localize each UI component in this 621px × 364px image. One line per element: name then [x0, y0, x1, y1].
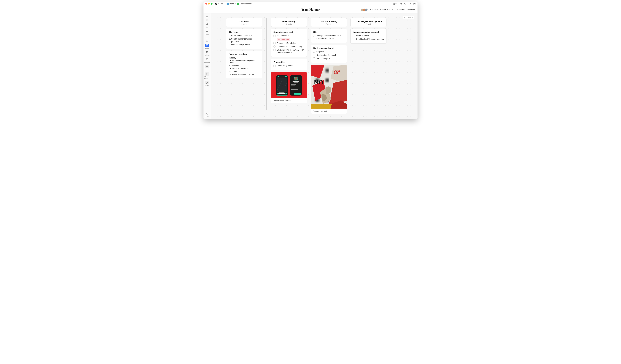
card-focus[interactable]: The focus Finish Semantic concept Send S…: [226, 29, 262, 49]
card-heading: Important meetings: [229, 53, 259, 56]
settings-icon[interactable]: [413, 3, 416, 5]
todo-label: Layout Optimization with Design Mode enh…: [277, 49, 304, 54]
column-header[interactable]: Marc - Design 3 cards: [271, 18, 307, 27]
tool-add-image[interactable]: Add image: [204, 72, 210, 80]
card-semantic-project[interactable]: Semantic app project Theme Design Due 19…: [271, 29, 307, 57]
tool-column[interactable]: Column: [204, 50, 210, 57]
tool-trash[interactable]: Trash: [204, 111, 210, 118]
breadcrumb-label: Team Planner: [240, 3, 252, 5]
todo-label: Theme Design: [277, 34, 289, 37]
column-header[interactable]: Jess - Marketing 3 cards: [311, 18, 347, 27]
theme-design-image: [271, 72, 307, 98]
maximize-window-icon[interactable]: [211, 3, 212, 5]
todo-item[interactable]: Draft content for launch: [313, 54, 344, 57]
tool-note[interactable]: Note: [204, 15, 210, 21]
checkbox-icon[interactable]: [274, 35, 276, 37]
checkbox-icon[interactable]: [313, 54, 315, 56]
column-header[interactable]: Tao - Project Management 1 card: [350, 18, 386, 27]
card-campaign-launch[interactable]: No. 3 campaign launch Organise PR Draft …: [311, 45, 347, 63]
column-jess-marketing[interactable]: Jess - Marketing 3 cards HR Write job de…: [311, 18, 347, 114]
card-hr[interactable]: HR Write job description for new marketi…: [311, 29, 347, 43]
folder-icon: [226, 3, 229, 5]
day-label: Tuesday: [229, 57, 259, 59]
column-divider: [266, 18, 267, 110]
tool-link[interactable]: Link: [204, 22, 210, 28]
tool-label: Comment: [204, 61, 210, 63]
checkbox-icon[interactable]: [353, 38, 355, 40]
note-icon: [205, 16, 209, 19]
todo-item[interactable]: Component Rendering: [274, 42, 304, 45]
svg-rect-34: [294, 82, 298, 83]
column-title: This week: [229, 20, 259, 23]
column-header[interactable]: This week 2 cards: [226, 18, 262, 27]
card-heading: HR: [313, 31, 344, 33]
todo-item[interactable]: Create story boards: [274, 64, 304, 67]
help-icon[interactable]: [399, 3, 402, 5]
image-caption: Campaign artwork: [311, 109, 346, 114]
todo-item[interactable]: Send to client Thursday morning: [353, 38, 384, 40]
tool-todo[interactable]: To-do: [204, 29, 210, 35]
breadcrumb-teamplanner[interactable]: Team Planner: [237, 2, 252, 5]
header-controls: Editors Publish & share Export Zoom out: [362, 8, 415, 11]
todo-label: Component Rendering: [277, 42, 296, 45]
column-tao-pm[interactable]: Tao - Project Management 1 card Summer c…: [350, 18, 386, 44]
card-campaign-artwork[interactable]: NO ar Campaign artwork: [311, 64, 347, 114]
column-title: Tao - Project Management: [353, 20, 384, 23]
checkbox-icon[interactable]: [313, 35, 315, 37]
editor-avatars[interactable]: [362, 8, 368, 11]
todo-item[interactable]: Organise PR: [313, 50, 344, 53]
checkbox-icon[interactable]: [313, 51, 315, 53]
checkbox-icon[interactable]: [274, 42, 276, 44]
todo-item[interactable]: Communication and Planning: [274, 45, 304, 48]
checkbox-icon[interactable]: [274, 65, 276, 67]
sidebar-toggle[interactable]: 21: [393, 3, 397, 5]
publish-dropdown[interactable]: Publish & share: [380, 9, 395, 11]
checkbox-icon[interactable]: [274, 49, 276, 51]
breadcrumb-home[interactable]: M Home: [215, 2, 224, 5]
tool-label: Add image: [204, 76, 210, 79]
traffic-lights[interactable]: [205, 3, 212, 5]
tool-comment[interactable]: Comment: [204, 57, 210, 63]
image-icon: [205, 72, 209, 76]
minimize-window-icon[interactable]: [208, 3, 210, 5]
zoom-out-button[interactable]: Zoom out: [407, 9, 415, 11]
close-window-icon[interactable]: [205, 3, 207, 5]
todo-item[interactable]: Theme Design: [274, 34, 304, 37]
card-heading: No. 3 campaign launch: [313, 47, 344, 49]
todo-item[interactable]: Set up analytics: [313, 57, 344, 60]
tool-line[interactable]: Line: [204, 36, 210, 42]
breadcrumb-work[interactable]: Work: [226, 2, 234, 5]
todo-item[interactable]: Finish proposal: [353, 34, 384, 37]
card-heading: Summer campaign proposal: [353, 31, 384, 33]
breadcrumb-label: Home: [218, 3, 223, 5]
card-promo-video[interactable]: Promo video Create story boards: [271, 59, 307, 70]
tool-more[interactable]: •••: [204, 64, 210, 69]
bell-icon[interactable]: [409, 3, 411, 5]
app-window: M Home / Work / Team Planner 21: [204, 1, 417, 119]
column-this-week[interactable]: This week 2 cards The focus Finish Seman…: [226, 18, 262, 78]
card-heading: Semantic app project: [274, 31, 304, 33]
unsorted-badge[interactable]: 0 Unsorted: [403, 16, 414, 19]
checkbox-icon[interactable]: [313, 57, 315, 59]
tool-draw[interactable]: Draw: [204, 80, 210, 87]
checkbox-icon[interactable]: [274, 46, 276, 47]
pencil-icon: [205, 81, 209, 84]
board-canvas[interactable]: 0 Unsorted This week 2 cards The focus F…: [211, 14, 417, 119]
export-dropdown[interactable]: Export: [397, 9, 405, 11]
column-marc-design[interactable]: Marc - Design 3 cards Semantic app proje…: [271, 18, 307, 103]
tool-board[interactable]: Board: [204, 43, 210, 49]
todo-item[interactable]: Layout Optimization with Design Mode enh…: [274, 49, 304, 54]
card-meetings[interactable]: Important meetings Tuesday Promo video k…: [226, 51, 262, 78]
todo-item[interactable]: Write job description for new marketing …: [313, 34, 344, 40]
svg-rect-15: [207, 51, 208, 52]
column-title: Jess - Marketing: [313, 20, 344, 23]
svg-line-12: [207, 38, 208, 39]
card-theme-concept-image[interactable]: Theme design concept: [271, 72, 307, 103]
search-icon[interactable]: [404, 3, 407, 5]
svg-rect-33: [293, 81, 299, 82]
card-summer-proposal[interactable]: Summer campaign proposal Finish proposal…: [350, 29, 386, 44]
link-icon: [205, 23, 209, 26]
tool-label: Link: [206, 26, 208, 28]
checkbox-icon[interactable]: [353, 35, 355, 37]
editors-dropdown[interactable]: Editors: [370, 9, 378, 11]
